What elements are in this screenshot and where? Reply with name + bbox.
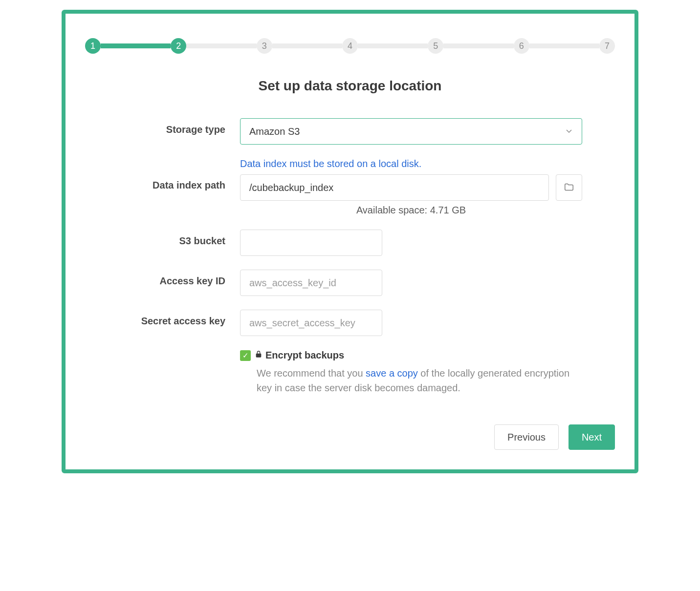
data-index-input[interactable] [240, 174, 549, 201]
browse-folder-button[interactable] [556, 174, 582, 201]
data-index-label: Data index path [118, 158, 240, 191]
storage-type-select[interactable]: Amazon S3 [240, 118, 582, 145]
step-2[interactable]: 2 [171, 38, 186, 54]
data-index-hint: Data index must be stored on a local dis… [240, 158, 582, 169]
check-icon: ✓ [242, 351, 249, 360]
row-storage-type: Storage type Amazon S3 [118, 118, 582, 145]
row-secret-key: Secret access key [118, 310, 582, 336]
secret-key-input[interactable] [240, 310, 382, 336]
encrypt-label: Encrypt backups [255, 350, 344, 361]
chevron-down-icon [565, 127, 573, 136]
row-access-key: Access key ID [118, 270, 582, 296]
step-bar-1-2 [101, 43, 171, 48]
step-6[interactable]: 6 [514, 38, 529, 54]
lock-icon [255, 350, 262, 360]
row-s3-bucket: S3 bucket [118, 230, 582, 256]
next-button[interactable]: Next [569, 424, 615, 450]
step-5[interactable]: 5 [428, 38, 443, 54]
setup-wizard-panel: 1 2 3 4 5 6 7 Set up data storage locati… [62, 10, 638, 473]
s3-bucket-input[interactable] [240, 230, 382, 256]
access-key-label: Access key ID [118, 270, 240, 287]
encrypt-label-text: Encrypt backups [265, 350, 344, 361]
step-bar-3-4 [272, 43, 342, 48]
recommend-pre: We recommend that you [257, 368, 366, 379]
step-bar-6-7 [529, 43, 599, 48]
row-data-index: Data index path Data index must be store… [118, 158, 582, 216]
row-encrypt: ✓ Encrypt backups We recommend that you … [118, 350, 582, 395]
encrypt-checkbox[interactable]: ✓ [240, 350, 251, 361]
save-a-copy-link[interactable]: save a copy [366, 368, 418, 379]
step-bar-2-3 [186, 43, 256, 48]
step-1[interactable]: 1 [85, 38, 101, 54]
available-space-text: Available space: 4.71 GB [240, 205, 582, 216]
storage-form: Storage type Amazon S3 Data index path D… [118, 118, 582, 395]
wizard-actions: Previous Next [85, 424, 615, 450]
step-7[interactable]: 7 [599, 38, 615, 54]
stepper: 1 2 3 4 5 6 7 [85, 38, 615, 54]
step-bar-4-5 [358, 43, 428, 48]
previous-button[interactable]: Previous [494, 424, 559, 450]
encrypt-recommendation: We recommend that you save a copy of the… [257, 366, 582, 395]
step-4[interactable]: 4 [342, 38, 358, 54]
step-bar-5-6 [443, 43, 513, 48]
encrypt-label-col [118, 350, 240, 356]
page-title: Set up data storage location [85, 78, 615, 94]
storage-type-value: Amazon S3 [249, 126, 300, 137]
storage-type-label: Storage type [118, 118, 240, 135]
step-3[interactable]: 3 [257, 38, 272, 54]
folder-icon [564, 182, 574, 194]
s3-bucket-label: S3 bucket [118, 230, 240, 247]
secret-key-label: Secret access key [118, 310, 240, 327]
access-key-input[interactable] [240, 270, 382, 296]
